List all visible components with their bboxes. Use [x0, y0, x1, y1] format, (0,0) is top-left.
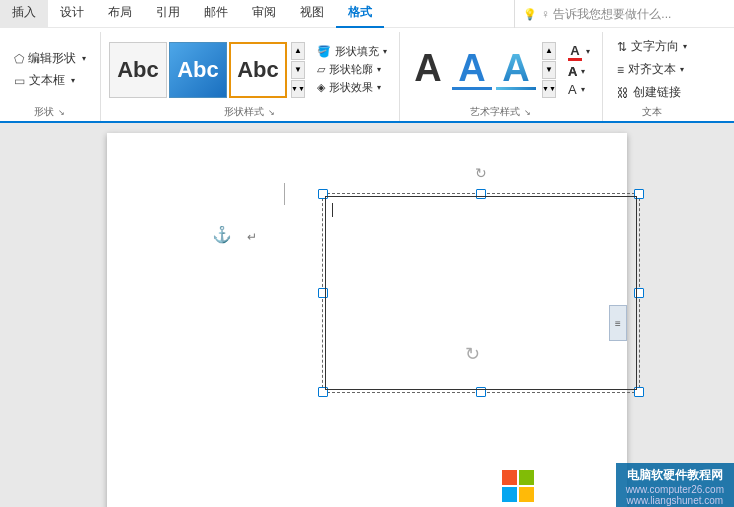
shape-expand-icon[interactable]: ↘	[56, 107, 66, 117]
text-group-content: ⇅ 文字方向 ▾ ≡ 对齐文本 ▾ ⛓ 创建链接	[611, 36, 693, 103]
style-scroll-down[interactable]: ▼	[291, 61, 305, 79]
art-a-gradient: A	[502, 49, 529, 87]
win-yellow	[519, 487, 534, 502]
windows-logo	[502, 470, 534, 502]
edit-shape-icon: ⬠	[14, 52, 24, 66]
shape-group-label: 形状 ↘	[34, 103, 66, 119]
shape-fill-icon: 🪣	[317, 45, 331, 58]
text-box-label: 文本框	[29, 72, 65, 89]
text-effect-button[interactable]: A ▾	[564, 81, 594, 98]
tab-format[interactable]: 格式	[336, 0, 384, 28]
text-outline-dropdown: ▾	[581, 67, 585, 76]
main-content: ⚓ ↵ ↻ ↻	[0, 123, 734, 507]
text-fill-dropdown: ▾	[586, 47, 590, 56]
tab-view[interactable]: 视图	[288, 0, 336, 28]
shape-effect-button[interactable]: ◈ 形状效果 ▾	[313, 79, 391, 96]
tab-reference[interactable]: 引用	[144, 0, 192, 28]
watermark-url2: www.liangshunet.com	[626, 495, 724, 506]
art-scroll-more[interactable]: ▼▼	[542, 80, 556, 98]
tab-design[interactable]: 设计	[48, 0, 96, 28]
create-link-button[interactable]: ⛓ 创建链接	[611, 82, 693, 103]
text-direction-icon: ⇅	[617, 40, 627, 54]
abc-plain-text: Abc	[117, 57, 159, 83]
rotate-handle[interactable]: ↻	[474, 166, 488, 180]
create-link-label: 创建链接	[633, 84, 681, 101]
text-effect-dropdown: ▾	[581, 85, 585, 94]
tab-review[interactable]: 审阅	[240, 0, 288, 28]
win-green	[519, 470, 534, 485]
style-scroll-more[interactable]: ▼▼	[291, 80, 305, 98]
create-link-icon: ⛓	[617, 86, 629, 100]
shape-style-plain[interactable]: Abc	[109, 42, 167, 98]
ribbon-tab-bar: 插入 设计 布局 引用 邮件 审阅 视图 格式 💡 ♀ 告诉我您想要做什么...	[0, 0, 734, 28]
shape-group-content: ⬠ 编辑形状 ▾ ▭ 文本框 ▾	[8, 36, 92, 103]
art-scroll-buttons: ▲ ▼ ▼▼	[542, 42, 556, 98]
shape-outline-icon: ▱	[317, 63, 325, 76]
text-group-label: 文本	[642, 103, 662, 119]
page-canvas: ⚓ ↵ ↻ ↻	[107, 133, 627, 507]
abc-orange-text: Abc	[237, 57, 279, 83]
tab-insert[interactable]: 插入	[0, 0, 48, 28]
text-box-dropdown-icon: ▾	[71, 76, 75, 85]
text-group: ⇅ 文字方向 ▾ ≡ 对齐文本 ▾ ⛓ 创建链接 文本	[603, 32, 701, 121]
text-box-button[interactable]: ▭ 文本框 ▾	[8, 70, 92, 91]
art-style-group-label: 艺术字样式 ↘	[470, 103, 532, 119]
text-direction-button[interactable]: ⇅ 文字方向 ▾	[611, 36, 693, 57]
sidebar-toggle-button[interactable]: ≡	[609, 305, 627, 341]
text-outline-button[interactable]: A ▾	[564, 63, 594, 80]
shape-outline-dropdown: ▾	[377, 65, 381, 74]
art-a-gradient-bar	[496, 87, 536, 90]
edit-shape-dropdown-icon: ▾	[82, 54, 86, 63]
align-text-button[interactable]: ≡ 对齐文本 ▾	[611, 59, 693, 80]
text-box-icon: ▭	[14, 74, 25, 88]
art-scroll-down[interactable]: ▼	[542, 61, 556, 79]
art-blue-a[interactable]: A	[452, 49, 492, 90]
shape-effect-icon: ◈	[317, 81, 325, 94]
tellme-bar[interactable]: 💡 ♀ 告诉我您想要做什么...	[514, 0, 734, 28]
shape-style-expand-icon[interactable]: ↘	[266, 107, 276, 117]
win-red	[502, 470, 517, 485]
ribbon: ⬠ 编辑形状 ▾ ▭ 文本框 ▾ 形状 ↘ Abc	[0, 28, 734, 123]
shape-outline-label: 形状轮廓	[329, 62, 373, 77]
win-blue	[502, 487, 517, 502]
text-direction-label: 文字方向	[631, 38, 679, 55]
edit-shape-button[interactable]: ⬠ 编辑形状 ▾	[8, 48, 92, 69]
textbox-selected[interactable]: ↻	[322, 193, 640, 393]
shape-fill-label: 形状填充	[335, 44, 379, 59]
shape-style-blue[interactable]: Abc	[169, 42, 227, 98]
move-cursor: ⚓	[212, 225, 232, 244]
art-gradient-a[interactable]: A	[496, 49, 536, 90]
align-text-label: 对齐文本	[628, 61, 676, 78]
tellme-placeholder: ♀ 告诉我您想要做什么...	[541, 6, 671, 23]
shape-style-orange[interactable]: Abc	[229, 42, 287, 98]
vertical-rule-mark	[284, 183, 285, 205]
style-scroll-up[interactable]: ▲	[291, 42, 305, 60]
art-a-plain: A	[414, 49, 441, 87]
textbox-inner	[325, 196, 637, 390]
abc-blue-text: Abc	[177, 57, 219, 83]
art-text-buttons: A ▾ A ▾ A ▾	[564, 42, 594, 98]
watermark-url1: www.computer26.com	[626, 484, 724, 495]
tab-mail[interactable]: 邮件	[192, 0, 240, 28]
text-cursor	[332, 203, 333, 217]
shape-outline-button[interactable]: ▱ 形状轮廓 ▾	[313, 61, 391, 78]
shape-style-content: Abc Abc Abc ▲ ▼ ▼▼ �	[109, 36, 391, 103]
fill-buttons: 🪣 形状填充 ▾ ▱ 形状轮廓 ▾ ◈ 形状效果 ▾	[313, 43, 391, 96]
text-buttons: ⇅ 文字方向 ▾ ≡ 对齐文本 ▾ ⛓ 创建链接	[611, 36, 693, 103]
shape-effect-dropdown: ▾	[377, 83, 381, 92]
align-text-icon: ≡	[617, 63, 624, 77]
art-style-group: A A A ▲ ▼ ▼▼	[400, 32, 603, 121]
shape-effect-label: 形状效果	[329, 80, 373, 95]
watermark: 电脑软硬件教程网 www.computer26.com www.liangshu…	[616, 463, 734, 507]
text-outline-a-icon: A	[568, 64, 577, 79]
tab-layout[interactable]: 布局	[96, 0, 144, 28]
watermark-title: 电脑软硬件教程网	[626, 467, 724, 484]
art-a-blue: A	[458, 49, 485, 87]
art-scroll-up[interactable]: ▲	[542, 42, 556, 60]
art-expand-icon[interactable]: ↘	[522, 107, 532, 117]
text-direction-dropdown: ▾	[683, 42, 687, 51]
text-fill-button[interactable]: A ▾	[564, 42, 594, 62]
text-effect-icon: A	[568, 82, 577, 97]
shape-fill-button[interactable]: 🪣 形状填充 ▾	[313, 43, 391, 60]
art-plain-a[interactable]: A	[408, 49, 448, 90]
